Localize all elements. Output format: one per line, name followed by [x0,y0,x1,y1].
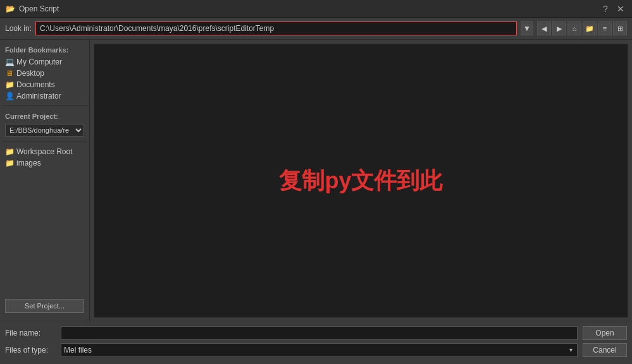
back-button[interactable]: ◀ [537,21,551,35]
desktop-label: Desktop [16,69,44,78]
folder-bookmarks-label: Folder Bookmarks: [0,44,89,56]
workspace-root-item[interactable]: 📁 Workspace Root [0,146,89,157]
divider-2 [3,142,87,142]
workspace-root-label: Workspace Root [16,147,72,156]
home-button[interactable]: ⌂ [567,21,581,35]
file-type-row: Files of type: Mel files Python files Al… [5,343,627,357]
close-button[interactable]: ✕ [614,3,627,15]
look-in-label: Look in: [5,24,32,33]
look-in-row: Look in: ▼ ◀ ▶ ⌂ 📁 ≡ ⊞ [0,18,632,40]
my-computer-icon: 💻 [5,58,14,66]
current-project-dropdown[interactable]: E:/BBS/donghua/re [5,124,84,136]
set-project-button[interactable]: Set Project... [5,299,84,313]
bookmark-desktop[interactable]: 🖥 Desktop [0,68,89,79]
administrator-icon: 👤 [5,92,14,100]
documents-icon: 📁 [5,80,14,89]
images-label: images [16,159,41,167]
bookmark-documents[interactable]: 📁 Documents [0,79,89,90]
bottom-bar: File name: Open Files of type: Mel files… [0,322,632,364]
divider-1 [3,106,87,106]
title-bar-controls: ? ✕ [599,3,627,15]
file-area: 复制py文件到此 [94,44,628,318]
open-script-icon: 📂 [5,4,15,14]
my-computer-label: My Computer [16,58,62,66]
images-item[interactable]: 📁 images [0,157,89,169]
file-type-wrapper: Mel files Python files All files [61,343,578,357]
title-bar-title: Open Script [19,4,59,13]
bookmark-my-computer[interactable]: 💻 My Computer [0,56,89,68]
file-type-select[interactable]: Mel files Python files All files [61,343,578,357]
current-project-row: E:/BBS/donghua/re [0,123,89,138]
grid-view-button[interactable]: ⊞ [613,21,627,35]
desktop-icon: 🖥 [5,69,14,78]
content-area: Folder Bookmarks: 💻 My Computer 🖥 Deskto… [0,40,632,322]
title-bar-left: 📂 Open Script [5,4,59,14]
workspace-root-icon: 📁 [5,147,14,156]
file-name-label: File name: [5,329,56,337]
new-folder-button[interactable]: 📁 [583,21,597,35]
left-panel: Folder Bookmarks: 💻 My Computer 🖥 Deskto… [0,40,90,322]
help-button[interactable]: ? [599,3,612,15]
file-name-input[interactable] [61,326,578,340]
title-bar: 📂 Open Script ? ✕ [0,0,632,18]
dialog: Look in: ▼ ◀ ▶ ⌂ 📁 ≡ ⊞ Folder Bookmarks:… [0,18,632,364]
instruction-text: 复制py文件到此 [279,166,442,197]
file-name-row: File name: Open [5,326,627,340]
files-of-type-label: Files of type: [5,346,56,355]
look-in-dropdown[interactable]: ▼ [521,21,533,35]
documents-label: Documents [16,80,55,89]
images-icon: 📁 [5,159,14,167]
cancel-button[interactable]: Cancel [583,343,627,357]
list-view-button[interactable]: ≡ [598,21,612,35]
toolbar-buttons: ◀ ▶ ⌂ 📁 ≡ ⊞ [537,21,627,35]
current-project-label: Current Project: [0,110,89,123]
bookmark-administrator[interactable]: 👤 Administrator [0,90,89,102]
look-in-input[interactable] [35,21,517,35]
forward-button[interactable]: ▶ [552,21,566,35]
open-button[interactable]: Open [583,326,627,340]
administrator-label: Administrator [16,92,61,100]
